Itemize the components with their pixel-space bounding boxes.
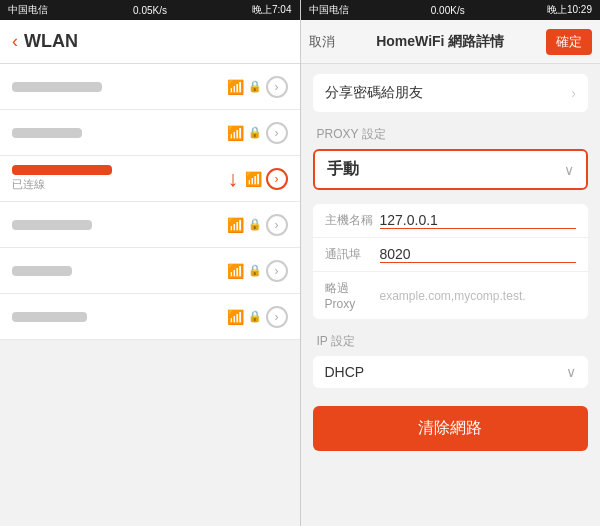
- proxy-dropdown-arrow-icon: ∨: [564, 162, 574, 178]
- share-chevron-icon: ›: [571, 85, 576, 101]
- wifi-name-bar-4: [12, 220, 92, 230]
- right-panel: 中国电信 0.00K/s 晚上10:29 取消 HomeWiFi 網路詳情 確定…: [301, 0, 601, 526]
- wifi-signal-icon-3: 📶: [245, 171, 262, 187]
- ip-dropdown-arrow-icon: ∨: [566, 364, 576, 380]
- clear-network-button[interactable]: 清除網路: [313, 406, 589, 451]
- time-right: 晚上10:29: [547, 3, 592, 17]
- time-left: 晚上7:04: [252, 3, 291, 17]
- lock-icon-6: 🔒: [248, 310, 262, 323]
- wifi-item-left-6: [12, 312, 227, 322]
- detail-title: HomeWiFi 網路詳情: [376, 33, 504, 51]
- wifi-signal-icon-1: 📶: [227, 79, 244, 95]
- wifi-item-right-2: 📶 🔒 ›: [227, 122, 288, 144]
- ip-value: DHCP: [325, 364, 365, 380]
- wifi-item-3-connected[interactable]: 已连線 ↓ 📶 ›: [0, 156, 300, 202]
- lock-icon-2: 🔒: [248, 126, 262, 139]
- wifi-item-2[interactable]: 📶 🔒 ›: [0, 110, 300, 156]
- wifi-item-left-3: 已连線: [12, 165, 228, 192]
- wifi-item-6[interactable]: 📶 🔒 ›: [0, 294, 300, 340]
- wifi-name-bar-3: [12, 165, 112, 175]
- ip-section-label: IP 設定: [313, 333, 589, 350]
- wifi-name-bar-2: [12, 128, 82, 138]
- wifi-item-left-4: [12, 220, 227, 230]
- chevron-circle-1[interactable]: ›: [266, 76, 288, 98]
- share-label: 分享密碼給朋友: [325, 84, 423, 102]
- connected-row: 已连線: [12, 165, 112, 192]
- wifi-signal-icon-2: 📶: [227, 125, 244, 141]
- hostname-row[interactable]: 主機名稱 127.0.0.1: [313, 204, 589, 238]
- port-value[interactable]: 8020: [380, 246, 577, 263]
- proxy-section-label: PROXY 設定: [313, 126, 589, 143]
- lock-icon-1: 🔒: [248, 80, 262, 93]
- nav-bar-left: ‹ WLAN: [0, 20, 300, 64]
- ip-dropdown[interactable]: DHCP ∨: [313, 356, 589, 388]
- bypass-proxy-label: 略過 Proxy: [325, 280, 380, 311]
- wifi-item-left-1: [12, 82, 227, 92]
- confirm-button[interactable]: 確定: [546, 29, 592, 55]
- wifi-name-bar-6: [12, 312, 87, 322]
- wifi-item-right-3: ↓ 📶 ›: [228, 166, 288, 192]
- speed-left: 0.05K/s: [133, 5, 167, 16]
- hostname-value[interactable]: 127.0.0.1: [380, 212, 577, 229]
- chevron-circle-5[interactable]: ›: [266, 260, 288, 282]
- wifi-item-right-1: 📶 🔒 ›: [227, 76, 288, 98]
- chevron-circle-2[interactable]: ›: [266, 122, 288, 144]
- wifi-item-4[interactable]: 📶 🔒 ›: [0, 202, 300, 248]
- wifi-item-left-5: [12, 266, 227, 276]
- wifi-list: 📶 🔒 › 📶 🔒 › 已连線: [0, 64, 300, 526]
- left-panel: 中国电信 0.05K/s 晚上7:04 ‹ WLAN 📶 🔒 › 📶: [0, 0, 300, 526]
- connected-label: 已连線: [12, 177, 112, 192]
- wifi-signal-icon-4: 📶: [227, 217, 244, 233]
- wlan-title: WLAN: [24, 31, 78, 52]
- status-bar-right: 中国电信 0.00K/s 晚上10:29: [301, 0, 601, 20]
- hostname-label: 主機名稱: [325, 212, 380, 229]
- wifi-name-bar-5: [12, 266, 72, 276]
- wifi-signal-icon-6: 📶: [227, 309, 244, 325]
- wifi-item-1[interactable]: 📶 🔒 ›: [0, 64, 300, 110]
- status-bar-left: 中国电信 0.05K/s 晚上7:04: [0, 0, 300, 20]
- chevron-circle-4[interactable]: ›: [266, 214, 288, 236]
- carrier-right: 中国电信: [309, 3, 349, 17]
- share-password-row[interactable]: 分享密碼給朋友 ›: [313, 74, 589, 112]
- proxy-fields-group: 主機名稱 127.0.0.1 通訊埠 8020 略過 Proxy example…: [313, 204, 589, 319]
- right-content: 分享密碼給朋友 › PROXY 設定 手動 ∨ 主機名稱 127.0.0.1 通…: [301, 64, 601, 526]
- speed-right: 0.00K/s: [431, 5, 465, 16]
- wifi-item-right-6: 📶 🔒 ›: [227, 306, 288, 328]
- back-icon[interactable]: ‹: [12, 31, 18, 52]
- cancel-button[interactable]: 取消: [309, 33, 335, 51]
- chevron-circle-6[interactable]: ›: [266, 306, 288, 328]
- wifi-name-bar-1: [12, 82, 102, 92]
- chevron-circle-3-active[interactable]: ›: [266, 168, 288, 190]
- proxy-value: 手動: [327, 159, 359, 180]
- red-down-arrow: ↓: [228, 166, 239, 192]
- bypass-proxy-row[interactable]: 略過 Proxy example.com,mycomp.test.: [313, 272, 589, 319]
- wifi-item-right-5: 📶 🔒 ›: [227, 260, 288, 282]
- wifi-item-right-4: 📶 🔒 ›: [227, 214, 288, 236]
- bypass-proxy-value[interactable]: example.com,mycomp.test.: [380, 289, 577, 303]
- nav-bar-right: 取消 HomeWiFi 網路詳情 確定: [301, 20, 601, 64]
- carrier-left: 中国电信: [8, 3, 48, 17]
- lock-icon-4: 🔒: [248, 218, 262, 231]
- proxy-dropdown[interactable]: 手動 ∨: [313, 149, 589, 190]
- wifi-item-5[interactable]: 📶 🔒 ›: [0, 248, 300, 294]
- port-row[interactable]: 通訊埠 8020: [313, 238, 589, 272]
- wifi-item-left-2: [12, 128, 227, 138]
- wifi-signal-icon-5: 📶: [227, 263, 244, 279]
- lock-icon-5: 🔒: [248, 264, 262, 277]
- port-label: 通訊埠: [325, 246, 380, 263]
